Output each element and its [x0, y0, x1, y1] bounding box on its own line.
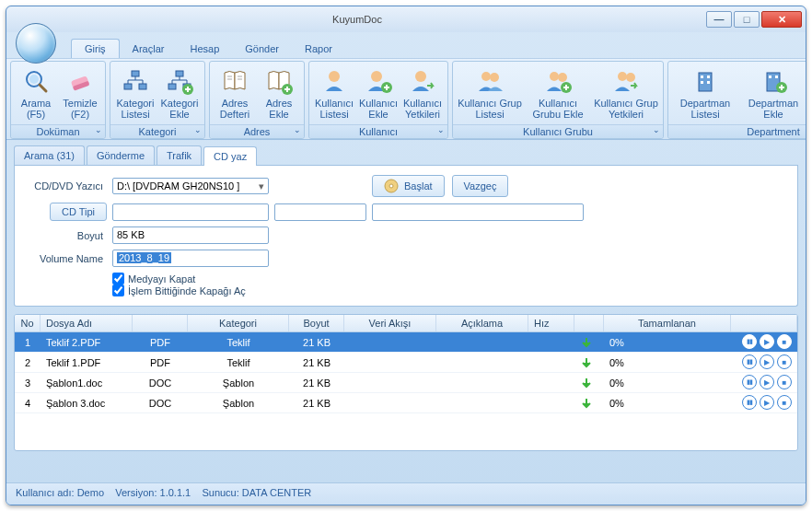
download-arrow-icon: [574, 394, 604, 412]
titlebar: KuyumDoc — □ ✕: [6, 6, 806, 32]
stop-button[interactable]: [777, 395, 792, 410]
stop-button[interactable]: [777, 354, 792, 369]
col-status[interactable]: [574, 315, 604, 331]
menu-tabs: Giriş Araçlar Hesap Gönder Rapor: [6, 32, 806, 58]
cell-done: 0%: [604, 375, 731, 391]
status-ver: 1.0.1.1: [160, 487, 191, 498]
page-tabs: Arama (31) Gönderme Trafik CD yaz: [14, 145, 798, 166]
checkbox-input[interactable]: [112, 285, 124, 296]
usergroup-perms-button[interactable]: Kullanıcı Grup Yetkileri: [592, 64, 660, 122]
menu-tab-araclar[interactable]: Araçlar: [120, 40, 178, 58]
pause-button[interactable]: [742, 354, 757, 369]
play-button[interactable]: [760, 395, 774, 410]
clear-button[interactable]: Temizle (F2): [58, 64, 102, 122]
menu-tab-hesap[interactable]: Hesap: [177, 40, 232, 58]
addressbook-button[interactable]: Adres Defteri: [213, 64, 257, 122]
label: Temizle (F2): [59, 98, 101, 120]
cd-type-field[interactable]: [112, 203, 269, 221]
category-list-button[interactable]: Kategori Listesi: [113, 64, 157, 122]
usergroup-add-button[interactable]: Kullanıcı Grubu Ekle: [524, 64, 592, 122]
col-cat[interactable]: Kategori: [188, 315, 289, 331]
label: Vazgeç: [464, 180, 497, 192]
svg-point-27: [626, 73, 635, 82]
writer-select[interactable]: D:\ [DVDRAM GH20NS10 ]: [112, 178, 269, 194]
stop-button[interactable]: [777, 334, 792, 349]
ribbon-group-label[interactable]: Doküman: [11, 124, 105, 138]
tab-trafik[interactable]: Trafik: [157, 145, 202, 165]
table-row[interactable]: 4Şablon 3.docDOCŞablon21 KB0%: [15, 393, 797, 413]
start-button[interactable]: Başlat: [372, 175, 445, 197]
tab-gonderme[interactable]: Gönderme: [87, 145, 155, 165]
usergroup-list-button[interactable]: Kullanıcı Grup Listesi: [456, 64, 524, 122]
play-button[interactable]: [760, 334, 774, 349]
table-row[interactable]: 2Teklif 1.PDFPDFTeklif21 KB0%: [15, 353, 797, 373]
pause-button[interactable]: [742, 375, 757, 389]
volume-value: 2013_8_19: [117, 252, 171, 263]
ribbon-group-label[interactable]: Kullanıcı: [309, 124, 447, 138]
table-row[interactable]: 3Şablon1.docDOCŞablon21 KB0%: [15, 373, 797, 393]
svg-line-2: [40, 85, 46, 91]
close-button[interactable]: ✕: [761, 11, 802, 28]
col-actions[interactable]: [731, 315, 797, 331]
user-perms-button[interactable]: Kullanıcı Yetkileri: [400, 64, 445, 122]
dept-list-button[interactable]: Departman Listesi: [671, 64, 739, 122]
tab-arama[interactable]: Arama (31): [14, 145, 85, 165]
minimize-button[interactable]: —: [706, 11, 732, 28]
col-flow[interactable]: Veri Akışı: [344, 315, 436, 331]
cell-no: 1: [15, 334, 41, 351]
svg-point-22: [490, 73, 499, 82]
col-type[interactable]: [133, 315, 188, 331]
col-no[interactable]: No: [15, 315, 41, 331]
volume-field[interactable]: 2013_8_19: [112, 250, 269, 267]
ribbon-group-label[interactable]: Department: [668, 124, 806, 138]
col-desc[interactable]: Açıklama: [436, 315, 528, 331]
ribbon-group-kullanici-grubu: Kullanıcı Grup Listesi Kullanıcı Grubu E…: [452, 61, 664, 139]
address-add-button[interactable]: Adres Ekle: [257, 64, 301, 122]
user-list-button[interactable]: Kullanıcı Listesi: [312, 64, 356, 122]
eject-checkbox[interactable]: İşlem Bittiğinde Kapağı Aç: [112, 285, 593, 296]
label: Kullanıcı Grup Yetkileri: [593, 98, 659, 120]
status-ver-label: Versiyon:: [115, 487, 157, 498]
svg-rect-9: [168, 84, 176, 89]
ribbon-group-label[interactable]: Kullanıcı Grubu: [453, 124, 663, 138]
svg-rect-32: [707, 81, 710, 84]
maximize-button[interactable]: □: [734, 11, 760, 28]
cell-speed: [528, 380, 574, 386]
cd-type-field2[interactable]: [274, 203, 366, 221]
cell-type: DOC: [133, 395, 188, 412]
cell-done: 0%: [604, 395, 731, 412]
cd-type-field3[interactable]: [372, 203, 584, 221]
svg-rect-31: [701, 81, 703, 84]
table-row[interactable]: 1Teklif 2.PDFPDFTeklif21 KB0%: [15, 332, 797, 353]
col-speed[interactable]: Hız: [528, 315, 574, 331]
col-name[interactable]: Dosya Adı: [41, 315, 133, 331]
stop-button[interactable]: [777, 375, 792, 389]
cd-type-button[interactable]: CD Tipi: [50, 203, 107, 221]
app-orb-button[interactable]: [16, 23, 56, 64]
tab-cdyaz[interactable]: CD yaz: [203, 146, 257, 166]
close-media-checkbox[interactable]: Medyayı Kapat: [112, 273, 593, 285]
checkbox-input[interactable]: [112, 273, 124, 285]
play-button[interactable]: [760, 375, 774, 389]
cell-desc: [436, 360, 528, 366]
label: Kullanıcı Grup Listesi: [457, 98, 523, 120]
ribbon-group-label[interactable]: Kategori: [110, 124, 204, 138]
search-button[interactable]: Arama (F5): [14, 64, 58, 122]
pause-button[interactable]: [742, 334, 757, 349]
dept-add-button[interactable]: Departman Ekle: [739, 64, 806, 122]
ribbon-group-label[interactable]: Adres: [210, 124, 304, 138]
menu-tab-giris[interactable]: Giriş: [71, 39, 120, 58]
col-done[interactable]: Tamamlanan: [604, 315, 731, 331]
play-button[interactable]: [760, 354, 774, 369]
category-add-button[interactable]: Kategori Ekle: [157, 64, 202, 122]
eraser-icon: [65, 66, 95, 96]
magnifier-icon: [21, 66, 51, 96]
cell-flow: [344, 340, 436, 345]
user-add-button[interactable]: Kullanıcı Ekle: [356, 64, 400, 122]
menu-tab-rapor[interactable]: Rapor: [292, 40, 345, 58]
menu-tab-gonder[interactable]: Gönder: [232, 40, 292, 58]
col-size[interactable]: Boyut: [289, 315, 344, 331]
pause-button[interactable]: [742, 395, 757, 410]
cancel-button[interactable]: Vazgeç: [452, 175, 509, 197]
writer-label: CD/DVD Yazıcı: [24, 180, 107, 192]
